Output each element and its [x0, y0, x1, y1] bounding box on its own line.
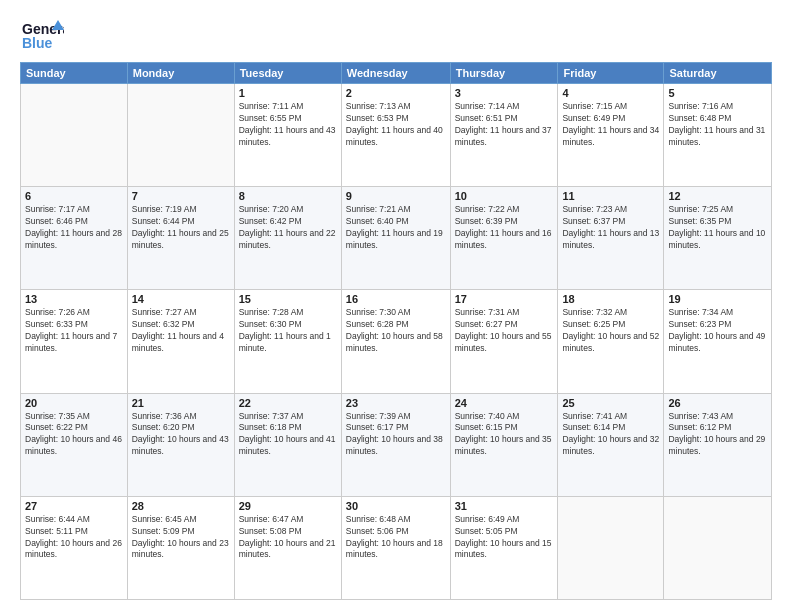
day-info: Sunrise: 7:22 AMSunset: 6:39 PMDaylight:…	[455, 204, 554, 252]
day-info: Sunrise: 6:47 AMSunset: 5:08 PMDaylight:…	[239, 514, 337, 562]
day-info: Sunrise: 6:49 AMSunset: 5:05 PMDaylight:…	[455, 514, 554, 562]
day-info: Sunrise: 7:35 AMSunset: 6:22 PMDaylight:…	[25, 411, 123, 459]
page: General Blue SundayMondayTuesdayWednesda…	[0, 0, 792, 612]
day-info: Sunrise: 7:31 AMSunset: 6:27 PMDaylight:…	[455, 307, 554, 355]
logo-icon: General Blue	[20, 16, 64, 54]
calendar-cell: 4Sunrise: 7:15 AMSunset: 6:49 PMDaylight…	[558, 84, 664, 187]
day-number: 11	[562, 190, 659, 202]
day-info: Sunrise: 7:30 AMSunset: 6:28 PMDaylight:…	[346, 307, 446, 355]
calendar-cell: 18Sunrise: 7:32 AMSunset: 6:25 PMDayligh…	[558, 290, 664, 393]
calendar-cell: 25Sunrise: 7:41 AMSunset: 6:14 PMDayligh…	[558, 393, 664, 496]
day-info: Sunrise: 7:11 AMSunset: 6:55 PMDaylight:…	[239, 101, 337, 149]
calendar-cell: 9Sunrise: 7:21 AMSunset: 6:40 PMDaylight…	[341, 187, 450, 290]
day-number: 23	[346, 397, 446, 409]
week-row-1: 1Sunrise: 7:11 AMSunset: 6:55 PMDaylight…	[21, 84, 772, 187]
day-info: Sunrise: 7:20 AMSunset: 6:42 PMDaylight:…	[239, 204, 337, 252]
day-info: Sunrise: 7:37 AMSunset: 6:18 PMDaylight:…	[239, 411, 337, 459]
calendar-cell: 19Sunrise: 7:34 AMSunset: 6:23 PMDayligh…	[664, 290, 772, 393]
day-info: Sunrise: 7:43 AMSunset: 6:12 PMDaylight:…	[668, 411, 767, 459]
day-info: Sunrise: 7:25 AMSunset: 6:35 PMDaylight:…	[668, 204, 767, 252]
day-number: 27	[25, 500, 123, 512]
day-info: Sunrise: 7:16 AMSunset: 6:48 PMDaylight:…	[668, 101, 767, 149]
weekday-header-saturday: Saturday	[664, 63, 772, 84]
calendar-cell: 22Sunrise: 7:37 AMSunset: 6:18 PMDayligh…	[234, 393, 341, 496]
day-number: 2	[346, 87, 446, 99]
day-number: 5	[668, 87, 767, 99]
weekday-header-thursday: Thursday	[450, 63, 558, 84]
calendar-cell	[127, 84, 234, 187]
weekday-header-wednesday: Wednesday	[341, 63, 450, 84]
day-number: 6	[25, 190, 123, 202]
day-number: 13	[25, 293, 123, 305]
calendar-cell: 29Sunrise: 6:47 AMSunset: 5:08 PMDayligh…	[234, 496, 341, 599]
day-number: 28	[132, 500, 230, 512]
day-info: Sunrise: 7:26 AMSunset: 6:33 PMDaylight:…	[25, 307, 123, 355]
day-number: 15	[239, 293, 337, 305]
day-info: Sunrise: 7:21 AMSunset: 6:40 PMDaylight:…	[346, 204, 446, 252]
calendar-cell: 12Sunrise: 7:25 AMSunset: 6:35 PMDayligh…	[664, 187, 772, 290]
day-number: 20	[25, 397, 123, 409]
day-info: Sunrise: 7:27 AMSunset: 6:32 PMDaylight:…	[132, 307, 230, 355]
day-info: Sunrise: 7:40 AMSunset: 6:15 PMDaylight:…	[455, 411, 554, 459]
calendar-cell	[21, 84, 128, 187]
weekday-header-tuesday: Tuesday	[234, 63, 341, 84]
day-info: Sunrise: 7:14 AMSunset: 6:51 PMDaylight:…	[455, 101, 554, 149]
calendar-cell: 21Sunrise: 7:36 AMSunset: 6:20 PMDayligh…	[127, 393, 234, 496]
day-number: 17	[455, 293, 554, 305]
calendar-cell: 30Sunrise: 6:48 AMSunset: 5:06 PMDayligh…	[341, 496, 450, 599]
logo: General Blue	[20, 16, 64, 54]
weekday-header-sunday: Sunday	[21, 63, 128, 84]
day-number: 30	[346, 500, 446, 512]
day-number: 16	[346, 293, 446, 305]
day-info: Sunrise: 7:19 AMSunset: 6:44 PMDaylight:…	[132, 204, 230, 252]
day-info: Sunrise: 7:28 AMSunset: 6:30 PMDaylight:…	[239, 307, 337, 355]
calendar-cell: 15Sunrise: 7:28 AMSunset: 6:30 PMDayligh…	[234, 290, 341, 393]
day-info: Sunrise: 7:23 AMSunset: 6:37 PMDaylight:…	[562, 204, 659, 252]
day-number: 29	[239, 500, 337, 512]
day-info: Sunrise: 7:32 AMSunset: 6:25 PMDaylight:…	[562, 307, 659, 355]
week-row-2: 6Sunrise: 7:17 AMSunset: 6:46 PMDaylight…	[21, 187, 772, 290]
calendar-cell	[558, 496, 664, 599]
day-number: 31	[455, 500, 554, 512]
day-number: 18	[562, 293, 659, 305]
week-row-5: 27Sunrise: 6:44 AMSunset: 5:11 PMDayligh…	[21, 496, 772, 599]
day-number: 3	[455, 87, 554, 99]
day-number: 25	[562, 397, 659, 409]
day-number: 24	[455, 397, 554, 409]
day-number: 8	[239, 190, 337, 202]
day-number: 12	[668, 190, 767, 202]
calendar-cell: 6Sunrise: 7:17 AMSunset: 6:46 PMDaylight…	[21, 187, 128, 290]
day-info: Sunrise: 7:34 AMSunset: 6:23 PMDaylight:…	[668, 307, 767, 355]
weekday-header-monday: Monday	[127, 63, 234, 84]
calendar-cell: 26Sunrise: 7:43 AMSunset: 6:12 PMDayligh…	[664, 393, 772, 496]
calendar-cell: 8Sunrise: 7:20 AMSunset: 6:42 PMDaylight…	[234, 187, 341, 290]
header-row: SundayMondayTuesdayWednesdayThursdayFrid…	[21, 63, 772, 84]
svg-text:Blue: Blue	[22, 35, 53, 51]
calendar-cell: 17Sunrise: 7:31 AMSunset: 6:27 PMDayligh…	[450, 290, 558, 393]
day-number: 21	[132, 397, 230, 409]
day-number: 22	[239, 397, 337, 409]
calendar-cell: 23Sunrise: 7:39 AMSunset: 6:17 PMDayligh…	[341, 393, 450, 496]
calendar-cell: 16Sunrise: 7:30 AMSunset: 6:28 PMDayligh…	[341, 290, 450, 393]
calendar-cell: 1Sunrise: 7:11 AMSunset: 6:55 PMDaylight…	[234, 84, 341, 187]
weekday-header-friday: Friday	[558, 63, 664, 84]
day-number: 9	[346, 190, 446, 202]
day-info: Sunrise: 7:39 AMSunset: 6:17 PMDaylight:…	[346, 411, 446, 459]
day-info: Sunrise: 6:44 AMSunset: 5:11 PMDaylight:…	[25, 514, 123, 562]
day-number: 7	[132, 190, 230, 202]
day-number: 19	[668, 293, 767, 305]
calendar-cell: 31Sunrise: 6:49 AMSunset: 5:05 PMDayligh…	[450, 496, 558, 599]
calendar-cell: 10Sunrise: 7:22 AMSunset: 6:39 PMDayligh…	[450, 187, 558, 290]
calendar-cell: 28Sunrise: 6:45 AMSunset: 5:09 PMDayligh…	[127, 496, 234, 599]
calendar-cell	[664, 496, 772, 599]
calendar-cell: 3Sunrise: 7:14 AMSunset: 6:51 PMDaylight…	[450, 84, 558, 187]
day-number: 4	[562, 87, 659, 99]
calendar-table: SundayMondayTuesdayWednesdayThursdayFrid…	[20, 62, 772, 600]
calendar-cell: 2Sunrise: 7:13 AMSunset: 6:53 PMDaylight…	[341, 84, 450, 187]
calendar-cell: 27Sunrise: 6:44 AMSunset: 5:11 PMDayligh…	[21, 496, 128, 599]
calendar-cell: 11Sunrise: 7:23 AMSunset: 6:37 PMDayligh…	[558, 187, 664, 290]
day-info: Sunrise: 7:15 AMSunset: 6:49 PMDaylight:…	[562, 101, 659, 149]
week-row-3: 13Sunrise: 7:26 AMSunset: 6:33 PMDayligh…	[21, 290, 772, 393]
day-info: Sunrise: 6:48 AMSunset: 5:06 PMDaylight:…	[346, 514, 446, 562]
day-info: Sunrise: 7:17 AMSunset: 6:46 PMDaylight:…	[25, 204, 123, 252]
